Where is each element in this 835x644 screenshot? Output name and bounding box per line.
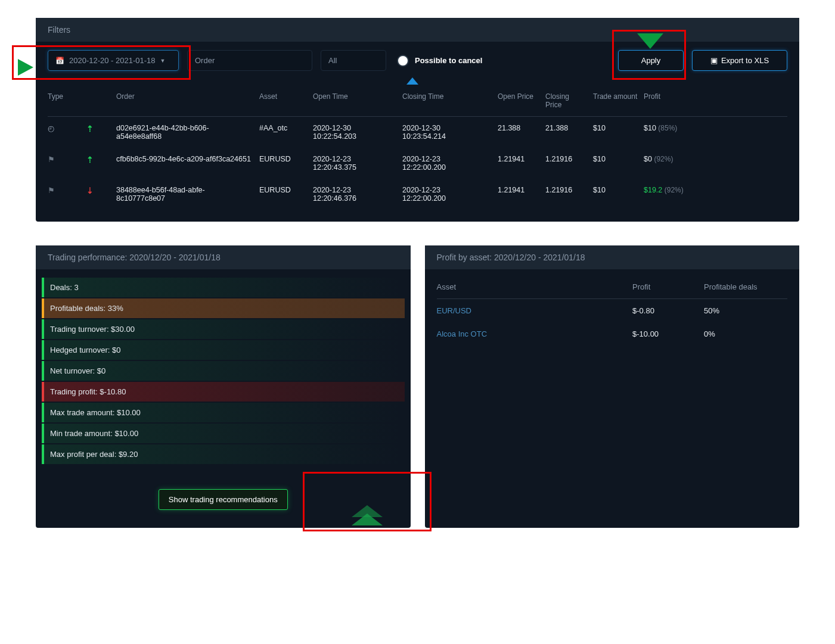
trade-amount-cell: $10 bbox=[593, 155, 638, 163]
perf-title: Trading performance: 2020/12/20 - 2021/0… bbox=[36, 245, 411, 269]
col-asset: Asset bbox=[259, 92, 307, 101]
asset-row[interactable]: Alcoa Inc OTC$-10.000% bbox=[437, 322, 788, 346]
asset-cell: EURUSD bbox=[259, 155, 307, 163]
possible-to-cancel-toggle[interactable]: Possible to cancel bbox=[397, 55, 482, 67]
annotation-blue-caret bbox=[406, 77, 418, 85]
arrow-up-icon: ⇡ bbox=[86, 124, 94, 133]
asset-profitable: 0% bbox=[704, 329, 787, 338]
profit-by-asset-panel: Profit by asset: 2020/12/20 - 2021/01/18… bbox=[425, 245, 800, 528]
asset-cell: EURUSD bbox=[259, 186, 307, 194]
chevron-down-icon: ▼ bbox=[160, 58, 166, 64]
lower-panels: Trading performance: 2020/12/20 - 2021/0… bbox=[36, 245, 799, 528]
col-asset: Asset bbox=[437, 282, 633, 291]
annotation-arrow-down bbox=[637, 33, 663, 49]
flag-icon: ⚑ bbox=[48, 186, 55, 195]
asset-profit: $-0.80 bbox=[632, 306, 704, 315]
order-placeholder: Order bbox=[195, 56, 215, 65]
col-open-price: Open Price bbox=[498, 92, 539, 101]
order-input[interactable]: Order bbox=[187, 50, 312, 71]
perf-row: Deals: 3 bbox=[42, 278, 405, 297]
toggle-dot-icon bbox=[397, 55, 409, 67]
asset-profitable: 50% bbox=[704, 306, 787, 315]
date-range-value: 2020-12-20 - 2021-01-18 bbox=[69, 56, 156, 65]
open-time-cell: 2020-12-2312:20:43.375 bbox=[313, 155, 396, 172]
arrow-down-icon: ⇣ bbox=[86, 186, 94, 195]
col-closing-price: Closing Price bbox=[545, 92, 587, 109]
order-id: 38488ee4-b56f-48ad-abfe-8c10777c8e07 bbox=[116, 186, 253, 203]
trade-amount-cell: $10 bbox=[593, 186, 638, 194]
date-range-picker[interactable]: 📅 2020-12-20 - 2021-01-18 ▼ bbox=[48, 50, 179, 71]
open-time-cell: 2020-12-2312:20:46.376 bbox=[313, 186, 396, 203]
profit-cell: $0 (92%) bbox=[644, 155, 709, 163]
order-id: d02e6921-e44b-42bb-b606-a54e8e8aff68 bbox=[116, 124, 253, 141]
col-trade-amount: Trade amount bbox=[593, 92, 638, 101]
toggle-label: Possible to cancel bbox=[415, 56, 482, 65]
col-profit: Profit bbox=[644, 92, 709, 101]
perf-row: Trading profit: $-10.80 bbox=[42, 382, 405, 402]
asset-cell: #AA_otc bbox=[259, 124, 307, 132]
filters-panel: Filters 📅 2020-12-20 - 2021-01-18 ▼ Orde… bbox=[36, 18, 799, 222]
asset-row[interactable]: EUR/USD$-0.8050% bbox=[437, 299, 788, 322]
by-asset-title: Profit by asset: 2020/12/20 - 2021/01/18 bbox=[425, 245, 800, 269]
col-order: Order bbox=[116, 92, 253, 101]
profit-cell: $19.2 (92%) bbox=[644, 186, 709, 194]
closing-price-cell: 21.388 bbox=[545, 124, 587, 132]
table-row[interactable]: ⚑⇡cfb6b8c5-992b-4e6c-a209-af6f3ca24651EU… bbox=[48, 148, 787, 179]
closing-time-cell: 2020-12-3010:23:54.214 bbox=[402, 124, 492, 141]
profit-cell: $10 (85%) bbox=[644, 124, 709, 132]
closing-price-cell: 1.21916 bbox=[545, 155, 587, 163]
status-value: All bbox=[328, 56, 337, 65]
asset-table-header: Asset Profit Profitable deals bbox=[437, 275, 788, 299]
clock-icon: ◴ bbox=[48, 124, 54, 133]
perf-list: Deals: 3Profitable deals: 33%Trading tur… bbox=[36, 269, 411, 483]
export-xls-button[interactable]: ▣ Export to XLS bbox=[692, 50, 787, 71]
recommendations-area: Show trading recommendations bbox=[36, 483, 411, 528]
perf-row: Max trade amount: $10.00 bbox=[42, 403, 405, 422]
open-time-cell: 2020-12-3010:22:54.203 bbox=[313, 124, 396, 141]
annotation-arrow-right bbox=[18, 59, 33, 76]
asset-profit: $-10.00 bbox=[632, 329, 704, 338]
trade-amount-cell: $10 bbox=[593, 124, 638, 132]
apply-button[interactable]: Apply bbox=[618, 50, 684, 71]
open-price-cell: 21.388 bbox=[498, 124, 539, 132]
flag-icon: ⚑ bbox=[48, 155, 55, 164]
col-type: Type bbox=[48, 92, 80, 101]
arrow-up-icon: ⇡ bbox=[86, 155, 94, 164]
perf-row: Min trade amount: $10.00 bbox=[42, 424, 405, 443]
perf-row: Trading turnover: $30.00 bbox=[42, 319, 405, 339]
closing-time-cell: 2020-12-2312:22:00.200 bbox=[402, 155, 492, 172]
filters-title: Filters bbox=[36, 18, 799, 42]
open-price-cell: 1.21941 bbox=[498, 155, 539, 163]
annotation-arrow-up-2 bbox=[352, 505, 383, 517]
closing-price-cell: 1.21916 bbox=[545, 186, 587, 194]
perf-row: Hedged turnover: $0 bbox=[42, 340, 405, 360]
col-profitable: Profitable deals bbox=[704, 282, 787, 291]
table-row[interactable]: ◴⇡d02e6921-e44b-42bb-b606-a54e8e8aff68#A… bbox=[48, 117, 787, 148]
perf-row: Net turnover: $0 bbox=[42, 361, 405, 381]
asset-table: Asset Profit Profitable deals EUR/USD$-0… bbox=[425, 269, 800, 357]
status-select[interactable]: All bbox=[321, 50, 386, 71]
col-profit: Profit bbox=[632, 282, 704, 291]
asset-link[interactable]: EUR/USD bbox=[437, 306, 633, 315]
order-id: cfb6b8c5-992b-4e6c-a209-af6f3ca24651 bbox=[116, 155, 253, 163]
show-recommendations-button[interactable]: Show trading recommendations bbox=[159, 489, 288, 510]
col-closing-time: Closing Time bbox=[402, 92, 492, 101]
asset-link[interactable]: Alcoa Inc OTC bbox=[437, 329, 633, 338]
perf-row: Profitable deals: 33% bbox=[42, 298, 405, 318]
export-label: Export to XLS bbox=[721, 56, 769, 65]
trading-performance-panel: Trading performance: 2020/12/20 - 2021/0… bbox=[36, 245, 411, 528]
trades-table: Type Order Asset Open Time Closing Time … bbox=[36, 85, 799, 222]
col-open-time: Open Time bbox=[313, 92, 396, 101]
closing-time-cell: 2020-12-2312:22:00.200 bbox=[402, 186, 492, 203]
calendar-icon: 📅 bbox=[55, 57, 64, 65]
table-row[interactable]: ⚑⇣38488ee4-b56f-48ad-abfe-8c10777c8e07EU… bbox=[48, 179, 787, 210]
table-header-row: Type Order Asset Open Time Closing Time … bbox=[48, 85, 787, 117]
open-price-cell: 1.21941 bbox=[498, 186, 539, 194]
perf-row: Max profit per deal: $9.20 bbox=[42, 444, 405, 464]
file-icon: ▣ bbox=[710, 56, 718, 65]
